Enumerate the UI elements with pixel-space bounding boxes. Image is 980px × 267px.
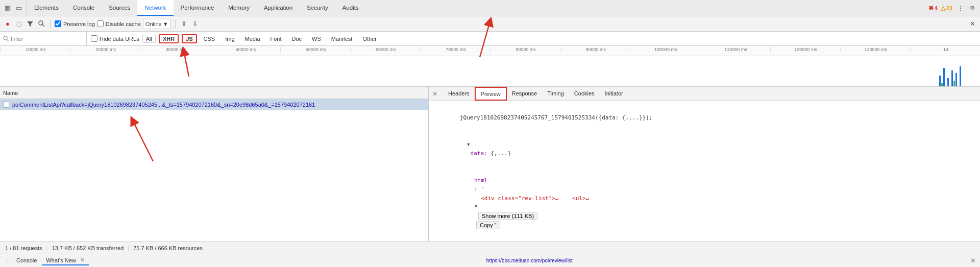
tab-performance[interactable]: Performance: [174, 0, 222, 16]
svg-point-0: [39, 21, 43, 25]
ruler-mark-3: 30000 ms: [140, 47, 210, 52]
timeline-content: [0, 56, 980, 87]
page-url: https://bbs.meituan.com/poi/review/list: [486, 258, 573, 263]
tab-console[interactable]: Console: [66, 0, 102, 16]
record-btn[interactable]: ●: [3, 19, 12, 29]
search-icon[interactable]: [37, 19, 46, 29]
filter-input[interactable]: [11, 36, 83, 42]
ruler-mark-10: 100000 ms: [630, 47, 700, 52]
show-more-btn[interactable]: Show more (111 KB): [478, 212, 537, 220]
ruler-mark-6: 60000 ms: [350, 47, 420, 52]
throttle-select[interactable]: Online ▼: [143, 19, 171, 29]
timeline-ruler: 10000 ms 20000 ms 30000 ms 40000 ms 5000…: [0, 46, 980, 56]
filter-img[interactable]: Img: [222, 35, 238, 43]
json-func-call: jQuery18102698237405245767_1579401525334…: [433, 104, 976, 131]
devtools-icons: ▦ ▭: [0, 0, 27, 16]
request-count: 1 / 81 requests: [5, 245, 42, 251]
filter-input-wrap: [0, 32, 87, 45]
request-list-header: Name: [0, 87, 428, 99]
tab-timing[interactable]: Timing: [542, 87, 569, 101]
mini-bar-2: [941, 83, 943, 87]
tab-initiator[interactable]: Initiator: [600, 87, 628, 101]
ruler-mark-5: 50000 ms: [280, 47, 350, 52]
export-btn[interactable]: ⇩: [191, 19, 200, 29]
resource-size: 75.7 KB / 666 KB resources: [133, 245, 203, 251]
tab-response[interactable]: Response: [507, 87, 543, 101]
request-url: poiCommentListApi?callback=jQuery1810269…: [12, 102, 425, 108]
tab-application[interactable]: Application: [257, 0, 300, 16]
tab-elements[interactable]: Elements: [27, 0, 66, 16]
transfer-size: 13.7 KB / 652 KB transferred: [52, 245, 124, 251]
device-icon[interactable]: ▭: [14, 4, 23, 13]
more-options-icon[interactable]: ⋮: [955, 4, 965, 13]
disable-cache-checkbox[interactable]: Disable cache: [97, 20, 141, 27]
ruler-mark-7: 70000 ms: [420, 47, 490, 52]
filter-ws[interactable]: WS: [308, 35, 325, 43]
filter-css[interactable]: CSS: [200, 35, 219, 43]
left-panel: Name poiCommentListApi?callback=jQuery18…: [0, 87, 429, 241]
filter-font[interactable]: Font: [267, 35, 285, 43]
filter-icon[interactable]: [26, 19, 35, 29]
preserve-log-checkbox[interactable]: Preserve log: [55, 20, 95, 27]
tab-cookies[interactable]: Cookies: [569, 87, 600, 101]
arrow-annotation-2: [0, 110, 428, 241]
filter-xhr[interactable]: XHR: [159, 34, 179, 43]
sep2: [175, 19, 176, 29]
close-preview-btn[interactable]: ✕: [431, 90, 439, 98]
ruler-mark-12: 120000 ms: [770, 47, 840, 52]
hide-data-urls-checkbox[interactable]: Hide data URLs: [91, 35, 139, 42]
tab-headers[interactable]: Headers: [443, 87, 475, 101]
expand-data[interactable]: [467, 141, 470, 148]
mini-bar-4: [945, 86, 947, 87]
filter-manifest[interactable]: Manifest: [328, 35, 356, 43]
preview-tabs: ✕ Headers Preview Response Timing Cookie…: [429, 87, 980, 101]
clear-btn[interactable]: ◌: [14, 19, 23, 29]
right-panel: ✕ Headers Preview Response Timing Cookie…: [429, 87, 980, 241]
tab-preview[interactable]: Preview: [475, 87, 507, 101]
filter-options: Hide data URLs All XHR JS CSS Img Media …: [87, 32, 980, 45]
sep1: [50, 19, 51, 29]
console-tab-console[interactable]: Console: [12, 256, 41, 265]
ruler-mark-11: 110000 ms: [700, 47, 770, 52]
tab-memory[interactable]: Memory: [221, 0, 257, 16]
json-html-row: html : " <div class="rev-list">↵ <ul>↵ "…: [433, 167, 976, 239]
close-devtools-icon[interactable]: ✕: [970, 257, 976, 264]
close-whatsnew-icon[interactable]: ✕: [80, 257, 85, 263]
chevron-down-icon: ▼: [163, 21, 168, 27]
filter-search-icon: [3, 36, 9, 41]
inspect-icon[interactable]: ▦: [3, 4, 12, 13]
filter-media[interactable]: Media: [241, 35, 264, 43]
ruler-mark-1: 10000 ms: [0, 47, 70, 52]
ruler-mark-13: 130000 ms: [840, 47, 910, 52]
filter-js[interactable]: JS: [182, 34, 197, 43]
filter-other[interactable]: Other: [359, 35, 380, 43]
mini-bar-7: [951, 70, 953, 87]
filter-doc[interactable]: Doc: [288, 35, 306, 43]
ruler-mark-8: 80000 ms: [490, 47, 560, 52]
settings-icon[interactable]: ⚙: [968, 4, 977, 13]
console-tab-whatsnew[interactable]: What's New ✕: [42, 256, 88, 265]
tab-sources[interactable]: Sources: [102, 0, 137, 16]
mini-bar-11: [960, 66, 961, 87]
ruler-mark-2: 20000 ms: [70, 47, 140, 52]
timeline: 10000 ms 20000 ms 30000 ms 40000 ms 5000…: [0, 46, 980, 87]
drag-handle-icon: ⋮: [4, 258, 9, 263]
top-right-area: ✖ 4 △ 23 ⋮ ⚙: [928, 0, 980, 16]
favicon-icon: [3, 102, 9, 108]
request-row[interactable]: poiCommentListApi?callback=jQuery1810269…: [0, 99, 428, 110]
import-btn[interactable]: ⇧: [180, 19, 189, 29]
tab-network[interactable]: Network: [137, 0, 173, 16]
mini-bar-3: [943, 68, 945, 87]
main-content: Name poiCommentListApi?callback=jQuery18…: [0, 87, 980, 241]
close-drawer-icon[interactable]: ✕: [968, 19, 977, 29]
empty-list-area: [0, 110, 428, 241]
mini-bar-10: [958, 86, 959, 87]
json-tree: jQuery18102698237405245767_1579401525334…: [429, 101, 980, 241]
svg-line-3: [7, 40, 9, 41]
tab-audits[interactable]: Audits: [335, 0, 366, 16]
network-toolbar: ● ◌ Preserve log Disable cache Online ▼ …: [0, 16, 980, 32]
filter-all[interactable]: All: [142, 35, 156, 43]
copy-btn[interactable]: Copy ": [476, 221, 500, 229]
tab-security[interactable]: Security: [300, 0, 335, 16]
waterfall-chart: [939, 56, 970, 87]
